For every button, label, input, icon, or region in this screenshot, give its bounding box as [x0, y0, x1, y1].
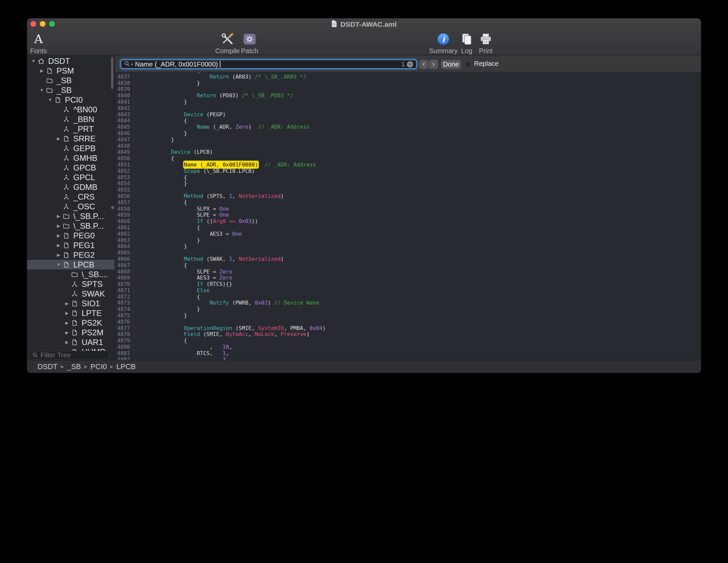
tree-item-sb[interactable]: ▼_SB	[27, 85, 114, 95]
patch-button[interactable]: Patch	[237, 31, 262, 55]
tree-item-uar1[interactable]: ▶UAR1	[27, 337, 114, 347]
disclosure-closed-icon[interactable]: ▶	[55, 233, 62, 238]
tree-item-psm[interactable]: ▶PSM	[27, 66, 114, 76]
tree-item-bbn[interactable]: _BBN	[27, 114, 114, 124]
code-segment: Method	[184, 193, 203, 199]
done-button[interactable]: Done	[441, 60, 461, 69]
disclosure-closed-icon[interactable]: ▶	[63, 320, 71, 325]
line-number: 4854	[115, 181, 134, 187]
tree-item-bn00[interactable]: ^BN00	[27, 105, 114, 114]
code-line-text: If (RTCS){}	[134, 281, 232, 288]
tree-item-gpcb[interactable]: GPCB	[27, 163, 114, 173]
search-menu-chevron-icon[interactable]: ▾	[131, 62, 133, 67]
code-line: 4845 Name (_ADR, Zero) // _ADR: Address	[115, 124, 701, 130]
tree-item-gpcl[interactable]: GPCL	[27, 173, 114, 182]
disclosure-closed-icon[interactable]: ▶	[55, 223, 62, 228]
code-segment: {	[171, 155, 174, 161]
disclosure-closed-icon[interactable]: ▶	[63, 311, 71, 316]
disclosure-open-icon[interactable]: ▼	[30, 59, 37, 64]
disclosure-closed-icon[interactable]: ▶	[63, 301, 71, 306]
tree-item-label: PEG0	[73, 231, 95, 240]
tree-item-sbp[interactable]: ▶\_SB.P...	[27, 211, 114, 221]
code-line-text: }	[134, 181, 187, 187]
code-line-text: Method (SPTS, 1, NotSerialized)	[134, 193, 284, 200]
fonts-icon	[34, 33, 43, 45]
document-icon	[71, 319, 79, 327]
code-line-text: {	[134, 118, 187, 124]
tree-item-humd[interactable]: ▶HUMD	[27, 347, 114, 351]
summary-button[interactable]: Summary	[426, 31, 461, 55]
tree-item-spts[interactable]: SPTS	[27, 279, 114, 289]
code-segment: 1	[222, 350, 226, 356]
tree-item-sb[interactable]: \_SB....	[27, 269, 114, 279]
find-previous-button[interactable]: ‹	[419, 60, 428, 69]
tree-item-gdmb[interactable]: GDMB	[27, 182, 114, 192]
tree-item-ps2k[interactable]: ▶PS2K	[27, 318, 114, 328]
tree-item-label: _SB	[57, 86, 72, 95]
tree-item-peg1[interactable]: ▶PEG1	[27, 240, 114, 250]
code-segment: (_ADR,	[210, 124, 236, 130]
line-number: 4877	[115, 325, 134, 332]
code-editor[interactable]: 4836 {4837 Return (AR03) /* \_SB_.AR03 *…	[115, 73, 701, 360]
disclosure-open-icon[interactable]: ▼	[55, 262, 62, 267]
tree-item-dsdt[interactable]: ▼DSDT	[27, 56, 114, 66]
filter-tree-wrap	[29, 351, 109, 359]
tree-item-lpcb[interactable]: ▼LPCB	[27, 260, 114, 269]
method-icon	[62, 144, 70, 152]
tree-item-gmhb[interactable]: GMHB	[27, 153, 114, 163]
tree-item-osc[interactable]: _OSC	[27, 202, 114, 211]
code-segment: (SWAK,	[203, 256, 229, 262]
tree-item-crs[interactable]: _CRS	[27, 192, 114, 202]
code-segment: OperationRegion	[184, 325, 233, 331]
code-line: 4875 }	[115, 313, 701, 319]
tree-item-label: DSDT	[48, 57, 70, 66]
code-segment: (SMIE,	[200, 331, 226, 337]
tree-item-label: GPCB	[73, 163, 96, 173]
fonts-button[interactable]: Fonts	[28, 31, 49, 55]
line-number: 4860	[115, 218, 134, 225]
tree-item-srre[interactable]: ▶SRRE	[27, 134, 114, 143]
tree-item-gepb[interactable]: GEPB	[27, 143, 114, 153]
disclosure-closed-icon[interactable]: ▶	[63, 330, 71, 335]
tree-item-pci0[interactable]: ▼PCI0	[27, 95, 114, 105]
replace-checkbox[interactable]	[465, 61, 471, 68]
line-number: 4861	[115, 225, 134, 231]
line-number: 4850	[115, 155, 134, 162]
code-segment: }	[197, 80, 200, 86]
line-number: 4853	[115, 175, 134, 181]
line-number: 4839	[115, 86, 134, 93]
tree-item-sbp[interactable]: ▶\_SB.P...	[27, 221, 114, 231]
splitter-handle[interactable]	[111, 206, 114, 209]
tree-item-sb[interactable]: _SB	[27, 76, 114, 85]
disclosure-open-icon[interactable]: ▼	[38, 88, 46, 93]
breadcrumb-separator-icon: ▸	[61, 363, 64, 370]
tree-item-ps2m[interactable]: ▶PS2M	[27, 328, 114, 337]
tree-item-peg0[interactable]: ▶PEG0	[27, 231, 114, 240]
tree-item-swak[interactable]: SWAK	[27, 289, 114, 299]
tree-item-sio1[interactable]: ▶SIO1	[27, 299, 114, 308]
disclosure-closed-icon[interactable]: ▶	[63, 340, 71, 345]
titlebar[interactable]: DSDT-AWAC.aml	[27, 18, 701, 30]
tree-item-label: _BBN	[73, 115, 94, 124]
disclosure-closed-icon[interactable]: ▶	[38, 68, 46, 73]
code-segment: 0x04	[309, 325, 323, 331]
sidebar-scrollbar[interactable]	[111, 57, 113, 89]
print-button[interactable]: Print	[473, 31, 498, 55]
line-number: 4874	[115, 306, 134, 313]
clear-search-icon[interactable]: ×	[407, 61, 413, 68]
tree-item-prt[interactable]: _PRT	[27, 124, 114, 134]
disclosure-closed-icon[interactable]: ▶	[55, 243, 62, 248]
find-input[interactable]: ▾ Name (_ADR, 0x001F0000) 1 ×	[120, 60, 417, 69]
disclosure-closed-icon[interactable]: ▶	[55, 136, 62, 141]
find-next-button[interactable]: ›	[429, 60, 438, 69]
filter-tree-input[interactable]	[29, 351, 109, 359]
document-proxy-icon[interactable]	[331, 20, 337, 29]
disclosure-open-icon[interactable]: ▼	[47, 97, 54, 102]
tree-item-lpte[interactable]: ▶LPTE	[27, 308, 114, 318]
code-line-text: {	[134, 338, 187, 344]
line-number: 4840	[115, 93, 134, 99]
disclosure-closed-icon[interactable]: ▶	[55, 214, 62, 219]
disclosure-closed-icon[interactable]: ▶	[55, 252, 62, 257]
tree-item-peg2[interactable]: ▶PEG2	[27, 250, 114, 260]
code-segment: (AR03)	[229, 74, 255, 80]
